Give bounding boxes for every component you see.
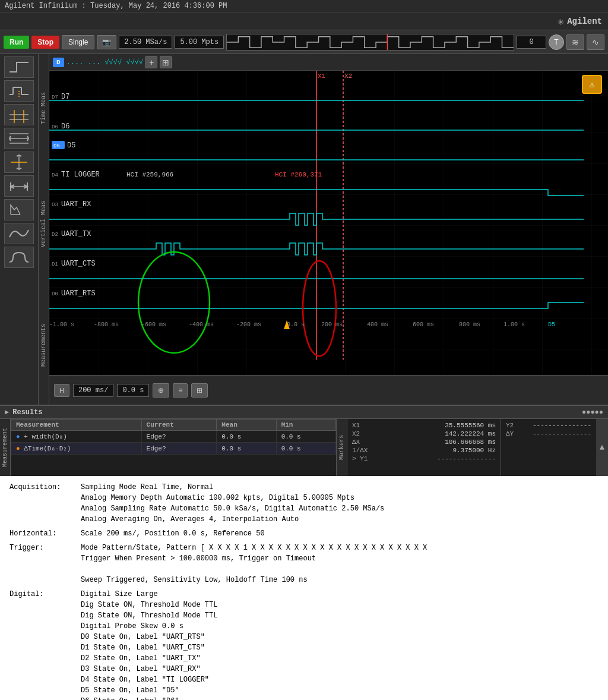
col-measurement: Measurement bbox=[11, 420, 142, 431]
dig-line-3: Dig State ON, Threshold Mode TTL bbox=[81, 610, 598, 621]
time-meas-label: Time Meas bbox=[40, 92, 47, 124]
y1-row: > Y1 --------------- bbox=[352, 455, 496, 463]
horizontal-section: Horizontal: Scale 200 ms/, Position 0.0 … bbox=[10, 528, 598, 539]
config-button[interactable]: ⊞ bbox=[191, 383, 208, 398]
waveform-math-button[interactable] bbox=[4, 223, 34, 244]
trigger-button[interactable]: T bbox=[549, 34, 564, 50]
digital-content: Digital Size Large Dig State ON, Thresho… bbox=[81, 589, 598, 700]
expand-results-button[interactable]: ●●●●● bbox=[582, 408, 603, 417]
horiz-line: Scale 200 ms/, Position 0.0 s, Reference… bbox=[81, 528, 598, 539]
time-scale-display: 200 ms/ bbox=[73, 384, 113, 397]
row1-min: 0.0 s bbox=[276, 431, 335, 443]
more-button[interactable]: ≡ bbox=[173, 383, 188, 398]
digital-section: Digital: Digital Size Large Dig State ON… bbox=[10, 589, 598, 700]
dy-label: ΔY bbox=[506, 430, 530, 437]
time-position-display: 0.0 s bbox=[117, 384, 149, 397]
svg-text:800 ms: 800 ms bbox=[459, 321, 480, 328]
svg-text:D0: D0 bbox=[52, 291, 58, 297]
table-row: ● + width(D₈) Edge? 0.0 s 0.0 s bbox=[11, 431, 336, 443]
x2-label: X2 bbox=[352, 430, 376, 437]
svg-text:-400 ms: -400 ms bbox=[189, 321, 214, 328]
svg-text:200 ms: 200 ms bbox=[321, 321, 343, 328]
dig-line-8: D3 State On, Label "UART_RX" bbox=[81, 664, 598, 674]
dx-value: 106.666668 ms bbox=[445, 439, 496, 446]
svg-text:-200 ms: -200 ms bbox=[236, 321, 261, 328]
zoom-in-button[interactable]: ⊕ bbox=[153, 383, 169, 398]
row1-measurement: ● + width(D₈) bbox=[11, 431, 142, 443]
acq-line-4: Analog Averaging On, Averages 4, Interpo… bbox=[81, 514, 598, 525]
scope-display: D .... ... √√√√ √√√√ + ⊞ ⚠ X1 X2 bbox=[49, 54, 608, 405]
acq-line-3: Analog Sampling Rate Automatic 50.0 kSa/… bbox=[81, 503, 598, 514]
stop-button[interactable]: Stop bbox=[31, 36, 59, 49]
logo-text: Agilent bbox=[567, 17, 602, 26]
svg-text:D2: D2 bbox=[52, 232, 58, 238]
measurements-label: Measurements bbox=[40, 324, 47, 367]
cursor-button[interactable] bbox=[4, 199, 34, 220]
expand-button[interactable]: ▲ bbox=[596, 419, 608, 476]
x1-value: 35.5555560 ms bbox=[445, 422, 496, 429]
trigger-section: Trigger: Mode Pattern/State, Pattern [ X… bbox=[10, 543, 598, 585]
horizontal-icon-button[interactable]: H bbox=[54, 384, 69, 397]
markers-panel: X1 35.5555560 ms X2 142.222224 ms ΔX 106… bbox=[347, 419, 501, 476]
svg-text:1.00 s: 1.00 s bbox=[504, 321, 525, 328]
vertical-zoom-button[interactable] bbox=[4, 152, 34, 173]
warning-badge: ⚠ bbox=[582, 75, 602, 94]
markers-side-label: Markers bbox=[336, 419, 347, 476]
waveform-button[interactable]: ∿ bbox=[587, 34, 604, 50]
horizontal-content: Scale 200 ms/, Position 0.0 s, Reference… bbox=[81, 528, 598, 539]
main-area: Time Meas Vertical Meas Measurements D .… bbox=[0, 54, 608, 405]
pan-button[interactable] bbox=[4, 128, 34, 149]
svg-text:HCI #259,966: HCI #259,966 bbox=[126, 171, 173, 178]
measurements-side-label: Measurement bbox=[0, 419, 11, 476]
dx-row: ΔX 106.666668 ms bbox=[352, 438, 496, 446]
svg-rect-22 bbox=[49, 71, 608, 375]
row2-mean: 0.0 s bbox=[217, 443, 276, 455]
zoom-button[interactable] bbox=[4, 104, 34, 125]
edge-trigger-button[interactable] bbox=[4, 56, 34, 78]
dig-line-5: D0 State On, Label "UART_RTS" bbox=[81, 632, 598, 642]
camera-button[interactable]: 📷 bbox=[97, 35, 116, 49]
acq-line-2: Analog Memory Depth Automatic 100.002 kp… bbox=[81, 493, 598, 503]
trig-line-3: Sweep Triggered, Sensitivity Low, Holdof… bbox=[81, 575, 598, 585]
row2-current: Edge? bbox=[141, 443, 217, 455]
svg-text:D7: D7 bbox=[61, 93, 69, 101]
trigger-content: Mode Pattern/State, Pattern [ X X X X 1 … bbox=[81, 543, 598, 585]
trig-line-blank bbox=[81, 564, 598, 575]
logo-icon: ✳ bbox=[558, 15, 564, 28]
bottom-controls: H 200 ms/ 0.0 s ⊕ ≡ ⊞ bbox=[49, 375, 608, 405]
waveform-preview bbox=[226, 34, 514, 51]
config-channel-button[interactable]: ⊞ bbox=[160, 56, 172, 68]
y1-label: > Y1 bbox=[352, 455, 376, 462]
table-row: ● ΔTime(D₈-D₂) Edge? 0.0 s 0.0 s bbox=[11, 443, 336, 455]
svg-text:-1.00 s: -1.00 s bbox=[49, 321, 74, 328]
horizontal-label: Horizontal: bbox=[10, 528, 81, 539]
pulse-button[interactable] bbox=[4, 80, 34, 102]
svg-text:D5: D5 bbox=[53, 143, 60, 149]
svg-text:D5: D5 bbox=[67, 141, 75, 150]
inv-dx-value: 9.375000 Hz bbox=[452, 447, 496, 454]
acquisition-label: Acquisition: bbox=[10, 482, 81, 525]
y2-value: --------------- bbox=[533, 422, 591, 429]
svg-text:D5: D5 bbox=[548, 321, 555, 328]
measurements-table-area: Measurement Current Mean Min ● + width(D… bbox=[11, 419, 336, 476]
svg-text:D6: D6 bbox=[52, 124, 58, 130]
col-min: Min bbox=[276, 420, 335, 431]
single-button[interactable]: Single bbox=[62, 35, 94, 49]
add-channel-button[interactable]: + bbox=[145, 56, 157, 68]
svg-text:600 ms: 600 ms bbox=[413, 321, 434, 328]
mode-button[interactable]: ≋ bbox=[566, 34, 584, 50]
x1-label: X1 bbox=[352, 422, 376, 429]
measure-button[interactable] bbox=[4, 175, 34, 197]
svg-text:D7: D7 bbox=[52, 94, 58, 100]
run-button[interactable]: Run bbox=[4, 36, 29, 49]
vertical-meas-label: Vertical Meas bbox=[40, 201, 47, 247]
svg-text:TI LOGGER: TI LOGGER bbox=[61, 171, 100, 179]
svg-text:D3: D3 bbox=[52, 202, 58, 208]
x2-value: 142.222224 ms bbox=[445, 430, 496, 437]
y-markers-panel: Y2 --------------- ΔY --------------- bbox=[501, 419, 596, 476]
acq-line-1: Sampling Mode Real Time, Normal bbox=[81, 482, 598, 493]
dig-line-2: Dig State ON, Threshold Mode TTL bbox=[81, 600, 598, 610]
svg-text:D4: D4 bbox=[52, 172, 58, 178]
meas-rotate-label: Measurement bbox=[2, 428, 8, 467]
sine-button[interactable] bbox=[4, 247, 34, 268]
